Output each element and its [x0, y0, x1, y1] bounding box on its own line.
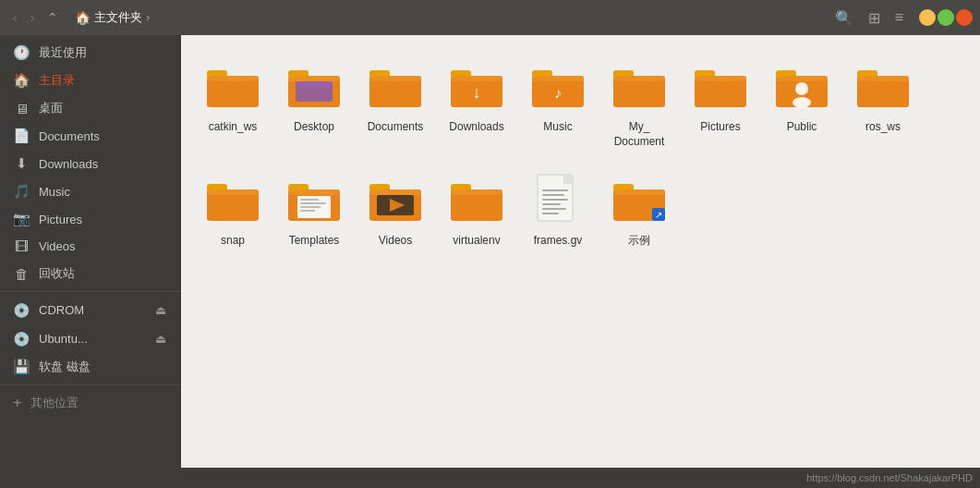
main-layout: 🕐 最近使用 🏠 主目录 🖥 桌面 📄 Documents ⬇ Download… [0, 35, 980, 468]
file-item-catkin_ws[interactable]: catkin_ws [196, 50, 270, 156]
sidebar-item-downloads[interactable]: ⬇ Downloads [0, 150, 181, 177]
svg-rect-54 [563, 175, 573, 184]
svg-rect-27 [776, 76, 828, 81]
breadcrumb: 🏠 主文件夹 › [75, 9, 817, 26]
svg-rect-46 [369, 189, 421, 195]
sidebar-item-label: Documents [39, 129, 170, 143]
sidebar-item-videos[interactable]: 🎞 Videos [0, 233, 181, 260]
sidebar-item-recent[interactable]: 🕐 最近使用 [0, 39, 181, 67]
breadcrumb-arrow: › [146, 11, 150, 24]
file-label-pictures: Pictures [700, 120, 740, 135]
sidebar-item-pictures[interactable]: 📷 Pictures [0, 205, 181, 233]
file-label-desktop: Desktop [294, 120, 334, 135]
file-label-templates: Templates [289, 234, 340, 249]
file-icon-catkin_ws [203, 57, 262, 116]
svg-rect-56 [542, 194, 564, 196]
svg-rect-43 [300, 210, 315, 212]
downloads-icon: ⬇ [13, 155, 30, 172]
svg-text:♪: ♪ [554, 85, 562, 101]
maximize-button[interactable] [938, 9, 954, 26]
file-icon-example: ↗ [610, 171, 669, 230]
file-item-my_document[interactable]: My_ Document [602, 50, 676, 156]
statusbar: https://blog.csdn.net/ShakajakarPHD [0, 468, 980, 488]
nav-buttons: ‹ › ⌃ [7, 6, 64, 29]
sidebar: 🕐 最近使用 🏠 主目录 🖥 桌面 📄 Documents ⬇ Download… [0, 35, 181, 468]
sidebar-item-trash[interactable]: 🗑 回收站 [0, 260, 181, 287]
close-button[interactable] [956, 9, 973, 26]
file-item-documents[interactable]: Documents [358, 50, 432, 156]
file-item-public[interactable]: Public [765, 50, 839, 156]
home-sidebar-icon: 🏠 [13, 72, 30, 89]
search-button[interactable]: 🔍 [829, 6, 860, 30]
file-item-virtualenv[interactable]: virtualenv [440, 164, 514, 256]
floppy-icon: 💾 [13, 359, 30, 375]
svg-rect-24 [695, 76, 746, 81]
videos-icon: 🎞 [13, 238, 30, 254]
svg-rect-21 [613, 76, 665, 81]
file-label-example: 示例 [628, 234, 650, 249]
sidebar-item-documents[interactable]: 📄 Documents [0, 122, 181, 150]
svg-rect-10 [369, 76, 421, 81]
file-label-music: Music [543, 120, 572, 135]
file-item-videos[interactable]: Videos [358, 164, 432, 256]
sidebar-item-label: 回收站 [39, 265, 170, 282]
svg-text:↓: ↓ [473, 83, 481, 102]
sidebar-item-label: Ubuntu... [39, 332, 142, 346]
sidebar-item-music[interactable]: 🎵 Music [0, 177, 181, 205]
recent-icon: 🕐 [13, 44, 30, 61]
sidebar-add-location[interactable]: + 其他位置 [0, 389, 181, 417]
sidebar-item-floppy[interactable]: 💾 软盘 磁盘 [0, 353, 181, 381]
desktop-icon: 🖥 [13, 101, 30, 116]
up-button[interactable]: ⌃ [42, 6, 64, 29]
svg-rect-59 [542, 208, 566, 210]
sidebar-item-label: 桌面 [39, 100, 170, 116]
documents-icon: 📄 [13, 128, 30, 144]
file-icon-documents [366, 57, 425, 116]
file-item-downloads[interactable]: ↓Downloads [440, 50, 514, 156]
sidebar-divider [0, 291, 181, 292]
svg-rect-57 [542, 199, 568, 201]
back-button[interactable]: ‹ [7, 6, 23, 29]
file-label-frames_gv: frames.gv [534, 234, 583, 249]
file-label-public: Public [787, 120, 817, 135]
file-icon-my_document [610, 57, 669, 116]
file-label-virtualenv: virtualenv [453, 234, 500, 249]
sidebar-item-home[interactable]: 🏠 主目录 [0, 67, 181, 94]
file-item-pictures[interactable]: Pictures [684, 50, 757, 156]
file-icon-videos [366, 171, 425, 230]
file-item-ros_ws[interactable]: ros_ws [846, 50, 920, 156]
forward-button[interactable]: › [25, 6, 41, 29]
svg-text:↗: ↗ [655, 210, 662, 220]
svg-rect-42 [300, 206, 321, 208]
file-item-music[interactable]: ♪Music [521, 50, 595, 156]
svg-point-28 [795, 82, 808, 95]
sidebar-item-label: Downloads [39, 157, 170, 171]
file-label-ros_ws: ros_ws [865, 120, 901, 135]
file-item-snap[interactable]: snap [196, 164, 270, 256]
svg-rect-32 [857, 76, 909, 81]
file-item-templates[interactable]: Templates [277, 164, 351, 256]
view-toggle-button[interactable]: ⊞ [862, 6, 887, 30]
svg-rect-40 [300, 199, 319, 201]
sidebar-item-desktop[interactable]: 🖥 桌面 [0, 94, 181, 122]
sidebar-item-label: Videos [39, 239, 170, 253]
file-item-desktop[interactable]: Desktop [277, 50, 351, 156]
eject-button[interactable]: ⏏ [151, 301, 170, 319]
file-item-example[interactable]: ↗示例 [602, 164, 676, 256]
eject-button-2[interactable]: ⏏ [151, 330, 170, 348]
file-label-documents: Documents [368, 120, 424, 135]
svg-rect-63 [613, 189, 665, 195]
file-label-catkin_ws: catkin_ws [209, 120, 258, 135]
titlebar: ‹ › ⌃ 🏠 主文件夹 › 🔍 ⊞ ≡ [0, 0, 980, 35]
file-label-videos: Videos [379, 234, 412, 249]
sidebar-item-ubuntu[interactable]: 💿 Ubuntu... ⏏ [0, 324, 181, 353]
sidebar-divider-2 [0, 384, 181, 385]
minimize-button[interactable] [919, 9, 936, 26]
file-icon-music: ♪ [528, 57, 587, 116]
svg-rect-13 [451, 76, 502, 81]
sidebar-item-cdrom[interactable]: 💿 CDROM ⏏ [0, 296, 181, 324]
svg-rect-51 [451, 189, 502, 195]
menu-button[interactable]: ≡ [889, 6, 910, 30]
file-item-frames_gv[interactable]: frames.gv [521, 164, 595, 256]
sidebar-item-label: Music [39, 185, 170, 199]
